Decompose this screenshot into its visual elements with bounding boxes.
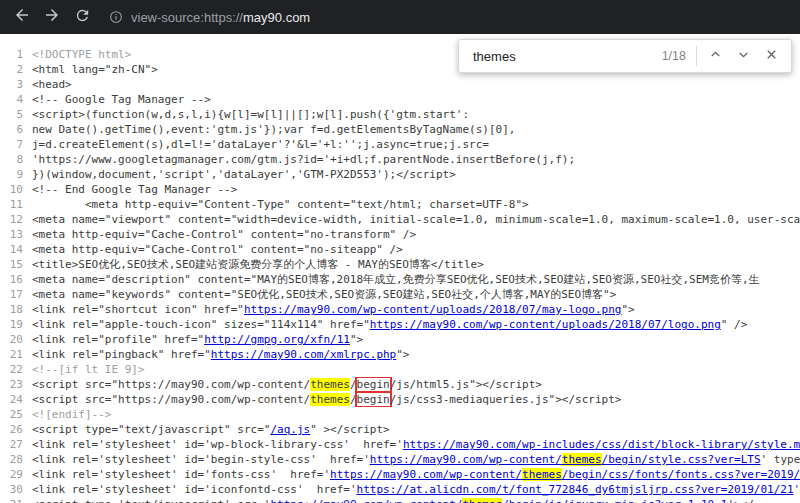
line-number: 21 [6,347,23,362]
source-link[interactable]: https://may90.com/wp-content/ [330,468,522,481]
source-link[interactable]: themes [462,498,502,503]
browser-toolbar: view-source:https://may90.com [0,0,800,34]
code-text: ' t [794,483,800,496]
code-text: " ></script> [310,423,389,436]
code-line: 22<!--[if lt IE 9]> [6,362,800,377]
line-number: 4 [6,92,23,107]
code-text: <meta name="keywords" content="SEO优化,SEO… [32,288,616,301]
back-button[interactable] [8,3,36,31]
code-line: 8'https://www.googletagmanager.com/gtm.j… [6,152,800,167]
line-number: 17 [6,287,23,302]
code-line: 29<link rel='stylesheet' id='fonts-css' … [6,467,800,482]
line-number: 27 [6,437,23,452]
find-previous-button[interactable] [701,42,729,70]
source-link[interactable]: https://may90.com/wp-includes/css/dist/b… [403,438,800,451]
address-bar[interactable]: view-source:https://may90.com [108,9,792,25]
find-next-button[interactable] [729,42,757,70]
url-domain: may90.com [243,10,310,25]
line-number: 19 [6,317,23,332]
url-scheme: view-source:https:// [131,10,243,25]
source-link[interactable]: themes [562,453,602,466]
line-text: <link rel="shortcut icon" href="https://… [32,303,635,316]
line-number: 8 [6,152,23,167]
line-number: 24 [6,392,23,407]
line-number: 29 [6,467,23,482]
annotation-box: begin [357,378,390,391]
code-line: 4<!-- Google Tag Manager --> [6,92,800,107]
line-number: 20 [6,332,23,347]
code-line: 15<title>SEO优化,SEO技术,SEO建站资源免费分享的个人博客 - … [6,257,800,272]
source-link[interactable]: https://at.alicdn.com/t/font_772846_dy6t… [357,483,794,496]
line-text: <link rel="pingback" href="https://may90… [32,348,410,361]
code-text: /js/html5.js"></script> [390,378,542,391]
line-text: <link rel='stylesheet' id='fonts-css' hr… [32,468,800,481]
source-link[interactable]: /begin/css/fonts/fonts.css?ver=2019/01 [562,468,800,481]
code-text: <!--[if lt IE 9]> [32,363,145,376]
forward-icon [43,6,61,28]
line-text: 'https://www.googletagmanager.com/gtm.js… [32,153,575,166]
line-text: <!DOCTYPE html> [32,48,131,61]
line-text: <link rel='stylesheet' id='begin-style-c… [32,453,800,466]
code-text: <title>SEO优化,SEO技术,SEO建站资源免费分享的个人博客 - MA… [32,258,484,271]
line-text: <script>(function(w,d,s,l,i){w[l]=w[l]||… [32,108,469,121]
page-info-icon[interactable] [108,9,124,25]
line-number: 23 [6,377,23,392]
code-text: "> [350,333,363,346]
code-line: 14<meta http-equiv="Cache-Control" conte… [6,242,800,257]
reload-button[interactable] [68,3,96,31]
back-icon [13,6,31,28]
line-number: 1 [6,47,23,62]
line-text: <html lang="zh-CN"> [32,63,158,76]
find-input[interactable]: themes [473,49,662,64]
code-text: <link rel="apple-touch-icon" sizes="114x… [32,318,370,331]
code-line: 7j=d.createElement(s),dl=l!='dataLayer'?… [6,137,800,152]
find-match-count: 1/18 [662,49,686,63]
line-number: 12 [6,212,23,227]
code-line: 16<meta name="description" content="MAY的… [6,272,800,287]
close-icon [764,47,779,66]
line-text: })(window,document,'script','dataLayer',… [32,168,456,181]
source-link[interactable]: https://may90.com/wp-content/ [270,498,462,503]
reload-icon [74,7,91,28]
code-text: <head> [32,78,72,91]
code-line: 3<head> [6,77,800,92]
source-link[interactable]: http://gmpg.org/xfn/11 [204,333,350,346]
source-link[interactable]: https://may90.com/wp-content/ [370,453,562,466]
find-close-button[interactable] [757,42,785,70]
line-text: <head> [32,78,72,91]
code-line: 31<script type='text/javascript' src='ht… [6,497,800,503]
line-number: 26 [6,422,23,437]
code-text: <link rel='stylesheet' id='wp-block-libr… [32,438,403,451]
source-link[interactable]: /aq.js [270,423,310,436]
code-text: <link rel='stylesheet' id='fonts-css' hr… [32,468,330,481]
line-text: <link rel='stylesheet' id='wp-block-libr… [32,438,800,451]
source-link[interactable]: https://may90.com/wp-content/uploads/201… [370,318,721,331]
code-line: 24<script src="https://may90.com/wp-cont… [6,392,800,407]
forward-button[interactable] [38,3,66,31]
code-line: 23<script src="https://may90.com/wp-cont… [6,377,800,392]
code-line: 25<![endif]--> [6,407,800,422]
source-link[interactable]: /begin/style.css?ver=LTS [602,453,761,466]
line-text: <link rel="profile" href="http://gmpg.or… [32,333,363,346]
line-text: <link rel='stylesheet' id='iconfontd-css… [32,483,800,496]
line-text: <!--[if lt IE 9]> [32,363,145,376]
search-match: themes [310,378,350,391]
code-text: new Date().getTime(),event:'gtm.js'});va… [32,123,515,136]
source-link[interactable]: themes [522,468,562,481]
code-text: <meta name="viewport" content="width=dev… [32,213,800,226]
code-line: 12<meta name="viewport" content="width=d… [6,212,800,227]
find-bar: themes 1/18 [458,39,792,73]
code-line: 6new Date().getTime(),event:'gtm.js'});v… [6,122,800,137]
code-line: 5<script>(function(w,d,s,l,i){w[l]=w[l]|… [6,107,800,122]
line-text: <![endif]--> [32,408,111,421]
line-number: 9 [6,167,23,182]
code-line: 17<meta name="keywords" content="SEO优化,S… [6,287,800,302]
line-number: 11 [6,197,23,212]
code-text: <meta http-equiv="Cache-Control" content… [32,243,403,256]
line-number: 15 [6,257,23,272]
code-text: <script type="text/javascript" src=" [32,423,270,436]
source-link[interactable]: https://may90.com/wp-content/uploads/201… [244,303,622,316]
source-link[interactable]: /begin/js/jquery.min.js?ver=1.10.1 [502,498,727,503]
source-link[interactable]: https://may90.com/xmlrpc.php [211,348,396,361]
code-line: 21<link rel="pingback" href="https://may… [6,347,800,362]
